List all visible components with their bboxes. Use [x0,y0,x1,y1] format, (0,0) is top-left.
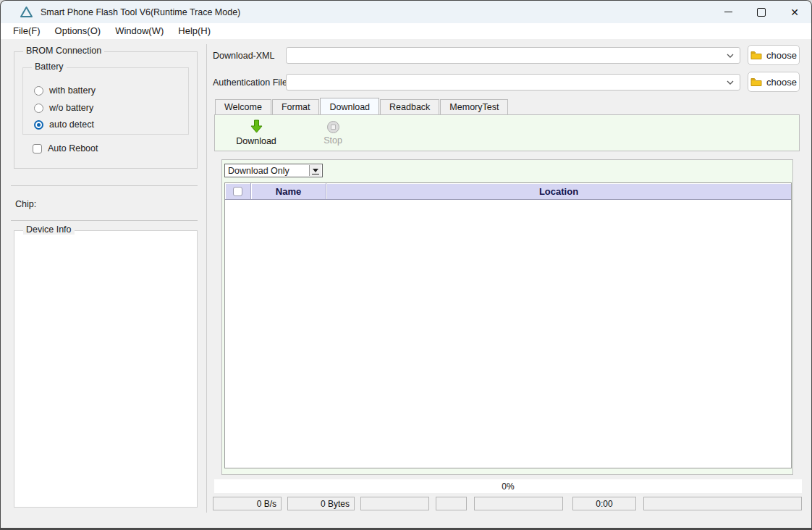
device-info-group: Device Info [14,230,198,508]
menu-bar: File(F) Options(O) Window(W) Help(H) [1,23,811,39]
choose-button-label: choose [766,77,797,88]
radio-wo-battery[interactable]: w/o battery [34,103,93,113]
window-title: Smart Phone Flash Tool V6(Runtime Trace … [41,7,240,17]
status-speed: 0 B/s [213,497,282,510]
select-all-checkbox[interactable] [233,187,242,196]
panel-divider [206,44,207,513]
authentication-file-choose-button[interactable]: choose [748,72,800,92]
chip-label: Chip: [15,199,36,209]
maximize-icon [757,8,766,17]
radio-label: w/o battery [49,103,93,113]
radio-auto-detect[interactable]: auto detect [34,119,94,130]
authentication-file-label: Authentication File [213,77,287,88]
table-header-row: Name Location [225,183,791,200]
dropdown-arrow-underline [312,174,319,174]
download-toolbar: Download Stop [214,114,800,151]
progress-bar: 0% [214,479,802,493]
authentication-file-combo[interactable] [286,74,740,91]
table-body [225,200,791,468]
menu-options[interactable]: Options(O) [48,24,109,38]
tab-memorytest[interactable]: MemoryTest [440,99,508,114]
menu-window[interactable]: Window(W) [108,24,171,38]
checkbox-icon [33,144,42,153]
tab-download[interactable]: Download [320,98,379,115]
download-xml-choose-button[interactable]: choose [748,45,800,65]
auto-reboot-checkbox[interactable]: Auto Reboot [33,143,98,153]
download-mode-value: Download Only [228,166,289,176]
menu-file[interactable]: File(F) [6,24,48,38]
minimize-button[interactable] [711,1,745,23]
status-time: 0:00 [572,497,636,510]
partition-table: Name Location [224,182,792,468]
close-button[interactable]: ✕ [778,1,811,23]
status-empty-segment [360,497,429,510]
radio-circle-icon [34,86,43,96]
status-empty-segment [436,497,467,510]
radio-with-battery[interactable]: with battery [34,85,96,96]
status-empty-segment [474,497,563,510]
download-button[interactable]: Download [225,117,287,149]
close-icon: ✕ [790,7,799,17]
stop-icon [327,121,339,133]
download-xml-input[interactable] [291,49,722,62]
download-mode-dropdown[interactable]: Download Only [224,164,323,177]
tab-readback[interactable]: Readback [380,99,439,114]
download-xml-label: Download-XML [213,51,274,61]
chevron-down-icon [727,54,734,58]
maximize-button[interactable] [745,1,778,23]
folder-icon [750,77,762,87]
table-header-name: Name [251,183,326,199]
app-window: Smart Phone Flash Tool V6(Runtime Trace … [0,0,812,530]
radio-circle-icon [34,104,43,113]
choose-button-label: choose [766,50,797,61]
download-arrow-icon [250,119,263,134]
download-tab-content: Download Only Name Location [221,159,793,475]
brom-connection-title: BROM Connection [23,46,104,56]
radio-label: with battery [49,85,96,96]
table-header-location: Location [326,183,791,199]
device-info-title: Device Info [23,224,75,235]
left-panel-divider [11,185,198,186]
checkbox-label: Auto Reboot [48,143,98,153]
battery-title: Battery [32,62,67,72]
left-panel-divider [11,220,198,221]
window-controls: ✕ [711,1,811,23]
status-bytes: 0 Bytes [287,497,355,510]
minimize-icon [724,12,732,12]
radio-label: auto detect [49,119,94,130]
tab-welcome[interactable]: Welcome [215,99,271,114]
download-button-label: Download [236,136,276,146]
chevron-down-icon [727,80,734,85]
dropdown-arrow-button[interactable] [309,165,321,176]
stop-button[interactable]: Stop [308,117,358,149]
download-xml-combo[interactable] [286,47,740,64]
app-logo-icon [20,6,33,18]
dropdown-arrow-icon [313,169,318,172]
authentication-file-input[interactable] [291,75,722,89]
progress-percent: 0% [502,481,514,492]
status-empty-segment [643,497,802,510]
folder-icon [750,51,762,60]
radio-circle-checked-icon [34,120,43,130]
tab-bar: Welcome Format Download Readback MemoryT… [215,98,509,114]
tab-format[interactable]: Format [272,99,320,114]
title-bar: Smart Phone Flash Tool V6(Runtime Trace … [1,1,811,23]
menu-help[interactable]: Help(H) [171,24,218,38]
stop-button-label: Stop [323,135,342,146]
table-header-checkbox-cell [225,183,251,199]
